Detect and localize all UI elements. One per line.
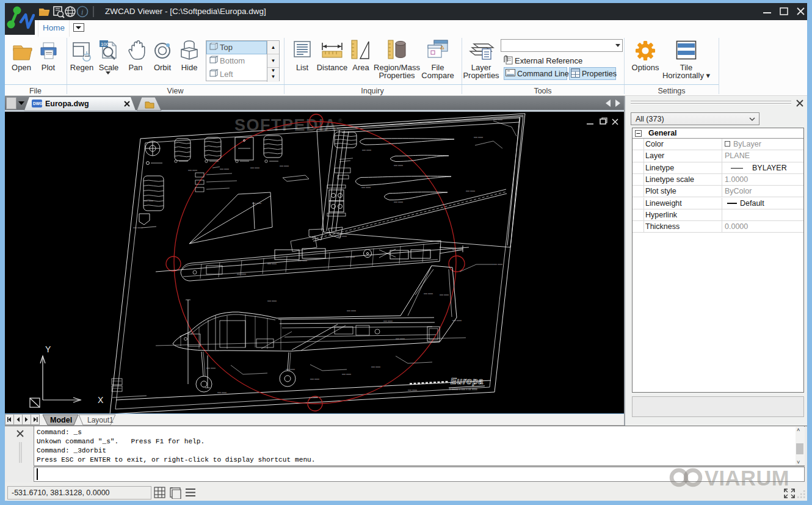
svg-text:xxx xxxx: xxx xxxx xyxy=(493,118,502,121)
svg-text:®: ® xyxy=(338,118,343,124)
svg-text:xxx xxxx: xxx xxxx xyxy=(252,202,261,205)
svg-text:Europa: Europa xyxy=(451,376,484,386)
svg-text:xxx xxxx: xxx xxxx xyxy=(394,164,403,167)
svg-text:xxx xxxx: xxx xxxx xyxy=(338,234,347,238)
svg-text:x xxxxx x xxx x xx xxxx: x xxxxx x xxx x xx xxxx xyxy=(449,388,478,391)
svg-text:xxx xxxx: xxx xxxx xyxy=(466,189,475,192)
svg-text:xxx xxxx: xxx xxxx xyxy=(452,248,462,251)
svg-text:xxx xxxx: xxx xxxx xyxy=(280,164,289,167)
svg-text:xxx xxxx: xxx xxxx xyxy=(493,263,502,266)
svg-text:xxx xxxx: xxx xxxx xyxy=(267,299,277,302)
svg-text:xxx xxxx: xxx xxxx xyxy=(452,319,462,322)
svg-text:xxx xxxx: xxx xxxx xyxy=(220,167,229,170)
svg-text:xxx xxxx: xxx xxxx xyxy=(396,337,405,340)
svg-text:xxx xxxx: xxx xxxx xyxy=(408,388,417,391)
svg-text:xxx xxxx: xxx xxxx xyxy=(424,292,433,295)
svg-text:Layout1: Layout1 xyxy=(87,416,114,424)
svg-text:xxx xxxx: xxx xxxx xyxy=(342,372,351,376)
svg-text:VIARUM: VIARUM xyxy=(705,467,789,490)
svg-text:xxx xxxx: xxx xxxx xyxy=(394,200,403,203)
svg-text:Europa.dwg: Europa.dwg xyxy=(45,100,89,108)
svg-text:xxx xxxx: xxx xxxx xyxy=(286,368,295,371)
svg-text:xxx xxxx: xxx xxxx xyxy=(371,365,380,368)
svg-text:xxx xxxx: xxx xxxx xyxy=(298,259,307,262)
svg-text:100: 100 xyxy=(101,42,109,47)
svg-text:xxx xxxx: xxx xxxx xyxy=(474,136,483,139)
svg-text:Model: Model xyxy=(50,416,72,424)
svg-text:xxx xxxx: xxx xxxx xyxy=(362,148,371,151)
svg-text:Y: Y xyxy=(45,344,51,354)
svg-text:xxx xxxx: xxx xxxx xyxy=(310,377,319,380)
svg-text:xxx xxxx: xxx xxxx xyxy=(188,169,197,172)
svg-text:DWG: DWG xyxy=(33,101,43,106)
svg-text:xxx xxxx: xxx xxxx xyxy=(346,255,355,258)
svg-text:xxx xxxx: xxx xxxx xyxy=(347,309,356,312)
svg-text:xxx xxxx: xxx xxxx xyxy=(361,186,371,189)
svg-text:xxx xxxx: xxx xxxx xyxy=(250,166,259,169)
svg-text:xxx xxxx: xxx xxxx xyxy=(383,319,393,322)
svg-text:xxx xxxx: xxx xxxx xyxy=(206,366,216,369)
svg-text:xxx xxxx: xxx xxxx xyxy=(237,272,246,275)
svg-text:xxx xxxx: xxx xxxx xyxy=(267,262,277,265)
svg-text:xxx xxxx: xxx xxxx xyxy=(440,293,449,296)
svg-text:i: i xyxy=(81,8,83,16)
svg-text:X: X xyxy=(98,395,104,405)
svg-text:xxx xxxx: xxx xxxx xyxy=(217,391,227,394)
svg-text:xxx xxxx: xxx xxxx xyxy=(133,226,142,229)
svg-text:xxx xxxx: xxx xxxx xyxy=(309,396,318,399)
svg-text:xxx xxxx: xxx xxxx xyxy=(144,199,153,202)
